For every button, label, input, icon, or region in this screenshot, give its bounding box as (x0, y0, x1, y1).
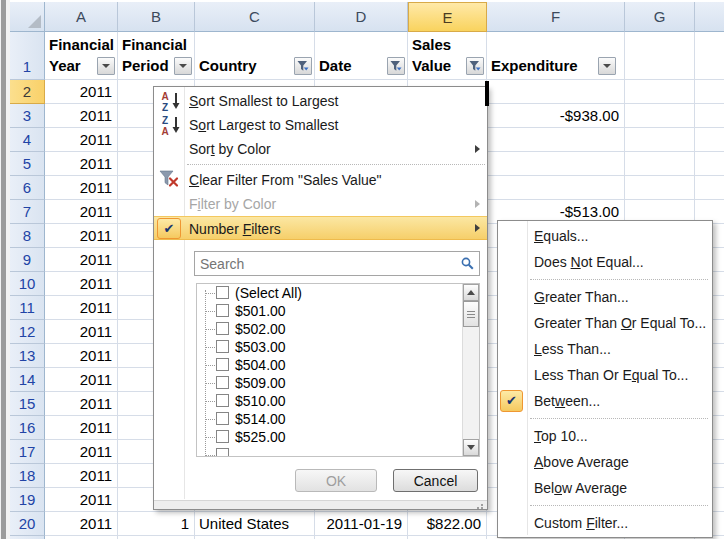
cell-A8[interactable]: 2011 (45, 224, 118, 248)
row-header-5[interactable]: 5 (10, 152, 45, 176)
row-header-9[interactable]: 9 (10, 248, 45, 272)
select-all-corner[interactable] (10, 2, 45, 32)
row-header-16[interactable]: 16 (10, 416, 45, 440)
row-header-10[interactable]: 10 (10, 272, 45, 296)
ok-button[interactable]: OK (295, 469, 377, 492)
cell-A18[interactable]: 2011 (45, 464, 118, 488)
cell-A14[interactable]: 2011 (45, 368, 118, 392)
column-header-B[interactable]: B (118, 2, 195, 32)
search-input[interactable] (195, 252, 453, 275)
submenu-item-above-average[interactable]: Above Average (498, 449, 712, 475)
cell-A16[interactable]: 2011 (45, 416, 118, 440)
column-header-A[interactable]: A (45, 2, 118, 32)
cell-h4[interactable] (695, 128, 724, 152)
cell-A17[interactable]: 2011 (45, 440, 118, 464)
scrollbar[interactable] (462, 284, 479, 456)
resize-handle[interactable] (154, 500, 487, 509)
cell-B20[interactable]: 1 (118, 512, 195, 536)
column-header-F[interactable]: F (487, 2, 625, 32)
cell-A15[interactable]: 2011 (45, 392, 118, 416)
cell-D20[interactable]: 2011-01-19 (315, 512, 408, 536)
row-header-2[interactable]: 2 (10, 80, 45, 104)
row-header-12[interactable]: 12 (10, 320, 45, 344)
row-header-17[interactable]: 17 (10, 440, 45, 464)
submenu-item-less-than[interactable]: Less Than... (498, 336, 712, 362)
row-header-3[interactable]: 3 (10, 104, 45, 128)
cell-A2[interactable]: 2011 (45, 80, 118, 104)
cell-h3[interactable] (695, 104, 724, 128)
row-header-13[interactable]: 13 (10, 344, 45, 368)
menu-item-number-filters[interactable]: ✔Number Filters (154, 216, 487, 240)
cell-A13[interactable]: 2011 (45, 344, 118, 368)
cell-A4[interactable]: 2011 (45, 128, 118, 152)
checkbox[interactable] (216, 376, 229, 389)
cell-A3[interactable]: 2011 (45, 104, 118, 128)
cell-F2[interactable] (487, 80, 625, 104)
cell-A19[interactable]: 2011 (45, 488, 118, 512)
row-header-11[interactable]: 11 (10, 296, 45, 320)
checkbox[interactable] (216, 448, 229, 457)
column-header-E[interactable]: E (408, 2, 487, 32)
filter-button-financial-period[interactable] (174, 57, 192, 75)
cell-E20[interactable]: $822.00 (408, 512, 487, 536)
cell-h5[interactable] (695, 152, 724, 176)
row-header-7[interactable]: 7 (10, 200, 45, 224)
checkbox[interactable] (216, 430, 229, 443)
cancel-button[interactable]: Cancel (393, 469, 478, 492)
cell-F5[interactable] (487, 152, 625, 176)
filter-value-510-00[interactable]: $510.00 (197, 392, 479, 410)
filter-value-select-all[interactable]: (Select All) (197, 284, 479, 302)
cell-h2[interactable] (695, 80, 724, 104)
filter-value-509-00[interactable]: $509.00 (197, 374, 479, 392)
cell-A6[interactable]: 2011 (45, 176, 118, 200)
filter-value-503-00[interactable]: $503.00 (197, 338, 479, 356)
cell-h6[interactable] (695, 176, 724, 200)
filter-value-501-00[interactable]: $501.00 (197, 302, 479, 320)
filter-value-502-00[interactable]: $502.00 (197, 320, 479, 338)
cell-A7[interactable]: 2011 (45, 200, 118, 224)
filter-button-expenditure[interactable] (598, 57, 616, 75)
submenu-item-greater-than[interactable]: Greater Than... (498, 284, 712, 310)
filter-button-date[interactable] (387, 57, 405, 75)
menu-item-clear-filter-from-sales-value[interactable]: Clear Filter From "Sales Value" (154, 168, 487, 192)
submenu-item-between[interactable]: ✔Between... (498, 388, 712, 414)
submenu-item-less-than-or-equal-to[interactable]: Less Than Or Equal To... (498, 362, 712, 388)
row-header-19[interactable]: 19 (10, 488, 45, 512)
checkbox[interactable] (216, 358, 229, 371)
menu-item-filter-by-color[interactable]: Filter by Color (154, 192, 487, 216)
row-header-1[interactable]: 1 (10, 32, 45, 80)
search-icon[interactable] (460, 256, 475, 275)
checkbox[interactable] (216, 286, 229, 299)
cell-G3[interactable] (625, 104, 695, 128)
menu-item-sort-by-color[interactable]: Sort by Color (154, 137, 487, 161)
checkbox[interactable] (216, 412, 229, 425)
cell-G4[interactable] (625, 128, 695, 152)
checkbox[interactable] (216, 304, 229, 317)
cell-F6[interactable] (487, 176, 625, 200)
column-header-G[interactable]: G (625, 2, 695, 32)
scroll-down-button[interactable] (463, 439, 479, 456)
column-header-C[interactable]: C (195, 2, 315, 32)
checkbox[interactable] (216, 340, 229, 353)
row-header-4[interactable]: 4 (10, 128, 45, 152)
row-header-14[interactable]: 14 (10, 368, 45, 392)
submenu-item-custom-filter[interactable]: Custom Filter... (498, 510, 712, 536)
cell-F4[interactable] (487, 128, 625, 152)
submenu-item-top-10[interactable]: Top 10... (498, 423, 712, 449)
cell-G6[interactable] (625, 176, 695, 200)
checkbox[interactable] (216, 322, 229, 335)
filter-value-514-00[interactable]: $514.00 (197, 410, 479, 428)
row-header-8[interactable]: 8 (10, 224, 45, 248)
row-header-20[interactable]: 20 (10, 512, 45, 536)
cell-F3[interactable]: -$938.00 (487, 104, 625, 128)
filter-button-financial-year[interactable] (97, 57, 115, 75)
row-header-15[interactable]: 15 (10, 392, 45, 416)
filter-value-partial[interactable] (197, 446, 479, 457)
cell-A12[interactable]: 2011 (45, 320, 118, 344)
cell-A20[interactable]: 2011 (45, 512, 118, 536)
scroll-up-button[interactable] (463, 284, 479, 301)
cell-A10[interactable]: 2011 (45, 272, 118, 296)
cell-A11[interactable]: 2011 (45, 296, 118, 320)
submenu-item-does-not-equal[interactable]: Does Not Equal... (498, 249, 712, 275)
filter-value-504-00[interactable]: $504.00 (197, 356, 479, 374)
